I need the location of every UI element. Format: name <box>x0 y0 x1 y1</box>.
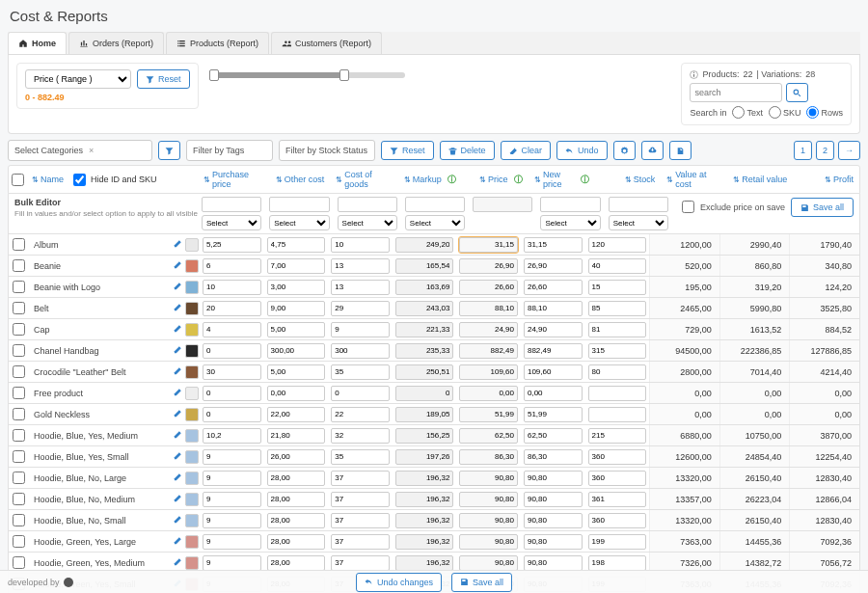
bulk-other-input[interactable] <box>269 197 329 212</box>
row-checkbox[interactable] <box>13 238 25 251</box>
product-name[interactable]: Free product <box>28 389 171 398</box>
range-type-select[interactable]: Price ( Range ) <box>25 69 131 89</box>
product-name[interactable]: Beanie with Logo <box>28 283 171 292</box>
product-thumb[interactable] <box>185 472 199 485</box>
product-name[interactable]: Crocodile "Leather" Belt <box>28 367 171 377</box>
col-markup[interactable]: ⇅Markup ⓘ <box>404 174 457 186</box>
product-thumb[interactable] <box>185 450 199 464</box>
product-name[interactable]: Belt <box>28 304 171 313</box>
col-stock[interactable]: ⇅Stock <box>625 175 656 184</box>
footer-undo-button[interactable]: Undo changes <box>356 573 442 592</box>
search-input[interactable] <box>690 83 782 102</box>
tab-products[interactable]: Products (Report) <box>166 32 269 54</box>
categories-filter[interactable]: Select Categories × <box>8 140 152 161</box>
purchase-input[interactable] <box>203 513 261 528</box>
edit-icon[interactable] <box>173 494 182 505</box>
col-profit[interactable]: ⇅Profit <box>825 175 854 184</box>
row-checkbox[interactable] <box>13 493 25 505</box>
new-price-input[interactable] <box>524 364 583 380</box>
cog-input[interactable] <box>331 428 390 444</box>
col-other[interactable]: ⇅Other cost <box>276 175 325 184</box>
stock-input[interactable] <box>588 449 647 465</box>
row-checkbox[interactable] <box>13 365 25 378</box>
product-name[interactable]: Hoodie, Blue, Yes, Medium <box>28 431 171 441</box>
tab-home[interactable]: Home <box>8 32 67 54</box>
bulk-markup-input[interactable] <box>405 197 465 212</box>
row-checkbox[interactable] <box>13 344 25 357</box>
product-thumb[interactable] <box>185 302 199 315</box>
product-name[interactable]: Gold Neckless <box>28 410 171 419</box>
select-all-checkbox[interactable] <box>12 174 24 186</box>
product-name[interactable]: Hoodie, Blue, No, Large <box>28 473 171 483</box>
stock-input[interactable] <box>588 237 647 253</box>
product-name[interactable]: Hoodie, Blue, Yes, Small <box>28 452 171 462</box>
row-checkbox[interactable] <box>13 429 25 442</box>
stock-input[interactable] <box>588 428 647 444</box>
slider-handle-max[interactable] <box>339 69 349 81</box>
radio-text[interactable]: Text <box>732 106 763 119</box>
stock-input[interactable] <box>588 407 647 422</box>
cog-input[interactable] <box>331 471 390 486</box>
cog-input[interactable] <box>331 322 390 337</box>
page-1[interactable]: 1 <box>794 141 812 160</box>
new-price-input[interactable] <box>524 555 583 571</box>
footer-save-all-button[interactable]: Save all <box>451 573 512 592</box>
stock-input[interactable] <box>588 492 647 507</box>
col-new-price[interactable]: ⇅New price ⓘ <box>534 170 589 189</box>
edit-icon[interactable] <box>173 282 182 293</box>
other-input[interactable] <box>267 301 326 316</box>
stock-input[interactable] <box>588 386 647 401</box>
page-2[interactable]: 2 <box>816 141 834 160</box>
row-checkbox[interactable] <box>13 472 25 484</box>
radio-sku[interactable]: SKU <box>769 106 801 119</box>
stock-input[interactable] <box>588 258 647 274</box>
other-input[interactable] <box>267 513 326 528</box>
edit-icon[interactable] <box>173 366 182 378</box>
purchase-input[interactable] <box>203 407 261 422</box>
download-button[interactable] <box>641 141 664 160</box>
clear-button[interactable]: Clear <box>501 141 552 160</box>
new-price-input[interactable] <box>524 513 583 528</box>
other-input[interactable] <box>267 364 326 380</box>
row-checkbox[interactable] <box>13 259 25 272</box>
cog-input[interactable] <box>331 343 390 359</box>
product-name[interactable]: Hoodie, Green, Yes, Medium <box>28 558 171 568</box>
new-price-input[interactable] <box>524 449 583 465</box>
product-name[interactable]: Album <box>28 240 171 250</box>
other-input[interactable] <box>267 449 326 465</box>
product-name[interactable]: Hoodie, Blue, No, Medium <box>28 495 171 504</box>
stock-input[interactable] <box>588 280 647 295</box>
bulk-save-all-button[interactable]: Save all <box>791 198 854 217</box>
range-reset-button[interactable]: Reset <box>137 69 190 89</box>
tab-customers[interactable]: Customers (Report) <box>271 32 382 54</box>
other-input[interactable] <box>267 343 326 359</box>
product-thumb[interactable] <box>185 535 199 549</box>
settings-button[interactable] <box>613 141 636 160</box>
row-checkbox[interactable] <box>13 556 25 569</box>
cog-input[interactable] <box>331 258 390 274</box>
col-price[interactable]: ⇅Price ⓘ <box>479 174 523 186</box>
cog-input[interactable] <box>331 534 390 550</box>
clear-icon[interactable]: × <box>89 146 94 155</box>
new-price-input[interactable] <box>524 492 583 507</box>
page-next[interactable]: → <box>838 141 860 160</box>
other-input[interactable] <box>267 386 326 401</box>
other-input[interactable] <box>267 555 326 571</box>
purchase-input[interactable] <box>203 492 261 507</box>
bulk-new-select[interactable]: Select <box>540 215 600 230</box>
bulk-cog-select[interactable]: Select <box>338 215 397 230</box>
undo-button[interactable]: Undo <box>556 141 608 160</box>
purchase-input[interactable] <box>203 428 261 444</box>
product-name[interactable]: Cap <box>28 325 171 335</box>
export-button[interactable] <box>669 141 692 160</box>
cog-input[interactable] <box>331 449 390 465</box>
new-price-input[interactable] <box>524 407 583 422</box>
row-checkbox[interactable] <box>13 323 25 336</box>
product-thumb[interactable] <box>185 259 199 273</box>
bulk-purchase-input[interactable] <box>202 197 261 212</box>
cog-input[interactable] <box>331 364 390 380</box>
price-slider[interactable] <box>212 72 405 78</box>
other-input[interactable] <box>267 428 326 444</box>
purchase-input[interactable] <box>203 555 261 571</box>
other-input[interactable] <box>267 492 326 507</box>
